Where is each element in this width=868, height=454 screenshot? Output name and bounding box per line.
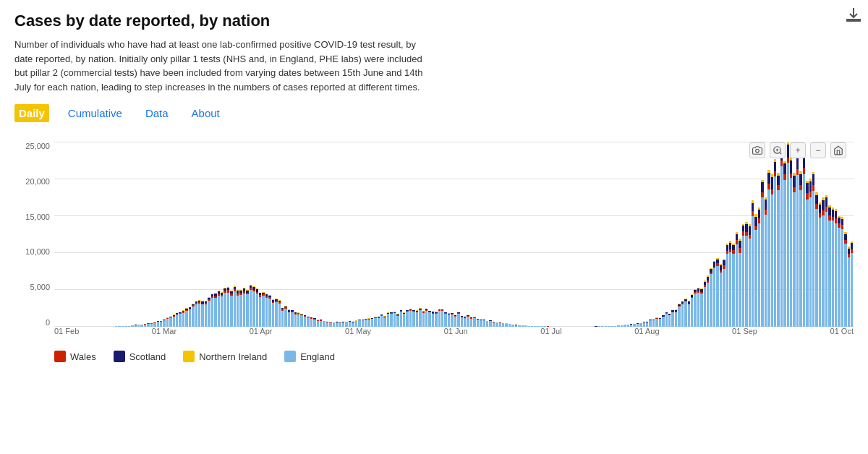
bar-group	[662, 142, 664, 327]
x-label-mar: 01 Mar	[152, 327, 176, 335]
bar-group	[313, 142, 315, 327]
england-segment	[448, 314, 450, 327]
bar-group	[799, 142, 801, 327]
bar-group	[749, 142, 751, 327]
home-button[interactable]	[830, 142, 846, 158]
legend-item-scotland: Scotland	[114, 351, 166, 362]
bar-group	[61, 142, 63, 327]
england-segment	[457, 314, 459, 327]
x-label-aug: 01 Aug	[634, 327, 659, 335]
england-segment	[374, 318, 376, 327]
england-segment	[304, 317, 306, 327]
england-segment	[655, 319, 658, 327]
england-segment	[815, 209, 817, 327]
minus-button[interactable]: −	[810, 142, 826, 158]
england-segment	[796, 175, 799, 327]
england-segment	[323, 321, 325, 327]
bar-group	[495, 142, 498, 327]
scotland-segment	[809, 181, 812, 192]
england-segment	[198, 304, 200, 327]
england-segment	[201, 304, 203, 327]
bar-group	[601, 142, 603, 327]
england-segment	[665, 314, 668, 327]
england-segment	[396, 316, 399, 327]
download-icon[interactable]	[845, 6, 862, 23]
tab-daily[interactable]: Daily	[14, 104, 49, 122]
scotland-segment	[832, 210, 834, 217]
england-segment	[480, 320, 482, 327]
bar-group	[461, 142, 463, 327]
bar-group	[365, 142, 367, 327]
bar-group	[678, 142, 680, 327]
tab-cumulative[interactable]: Cumulative	[64, 104, 127, 122]
bar-group	[166, 142, 169, 327]
bar-group	[505, 142, 507, 327]
england-segment	[438, 311, 441, 327]
bar-group	[400, 142, 402, 327]
scotland-segment	[851, 243, 853, 249]
bars-container	[54, 142, 854, 327]
bar-group	[815, 142, 817, 327]
zoom-button[interactable]	[770, 142, 786, 158]
england-segment	[668, 315, 671, 327]
bar-group	[64, 142, 66, 327]
bar-group	[349, 142, 351, 327]
bar-group	[553, 142, 556, 327]
england-segment	[425, 311, 427, 327]
bar-group	[342, 142, 344, 327]
bar-group	[128, 142, 130, 327]
bar-group	[605, 142, 607, 327]
bar-group	[403, 142, 405, 327]
england-segment	[713, 268, 715, 327]
bar-group	[659, 142, 661, 327]
england-segment	[243, 294, 245, 327]
y-label-10000: 10,000	[25, 248, 50, 256]
wales-segment	[752, 211, 754, 216]
y-label-25000: 25,000	[25, 142, 50, 150]
tab-about[interactable]: About	[187, 104, 224, 122]
bar-group	[627, 142, 629, 327]
england-segment	[828, 220, 830, 327]
bar-group	[99, 142, 101, 327]
england-segment	[749, 239, 751, 327]
bar-group	[726, 142, 728, 327]
bar-group	[205, 142, 207, 327]
tab-data[interactable]: Data	[141, 104, 173, 122]
england-segment	[230, 296, 232, 327]
england-segment	[400, 312, 402, 327]
bar-group	[192, 142, 194, 327]
england-segment	[218, 296, 220, 327]
scotland-segment	[742, 226, 744, 231]
bar-group	[163, 142, 165, 327]
england-segment	[390, 314, 392, 327]
wales-segment	[812, 185, 814, 191]
scotland-segment	[825, 197, 827, 207]
bar-group	[323, 142, 325, 327]
camera-button[interactable]	[749, 142, 765, 158]
bar-group	[483, 142, 485, 327]
wales-segment	[799, 185, 801, 190]
bar-group	[112, 142, 114, 327]
wales-segment	[828, 215, 830, 220]
bar-group	[569, 142, 571, 327]
england-segment	[268, 299, 271, 327]
bar-group	[77, 142, 79, 327]
scotland-segment	[723, 260, 725, 266]
bar-group	[617, 142, 619, 327]
bar-group	[135, 142, 137, 327]
bar-group	[806, 142, 808, 327]
england-segment	[189, 309, 191, 327]
wales-segment	[825, 207, 827, 212]
bar-group	[390, 142, 392, 327]
scotland-segment	[796, 158, 799, 169]
england-segment	[403, 314, 405, 327]
bar-group	[435, 142, 437, 327]
england-segment	[224, 293, 226, 327]
bar-group	[732, 142, 734, 327]
plus-button[interactable]: +	[790, 142, 806, 158]
bar-group	[371, 142, 373, 327]
x-label-apr: 01 Apr	[250, 327, 273, 335]
england-segment	[163, 320, 165, 327]
england-segment	[349, 322, 351, 327]
bar-group	[502, 142, 504, 327]
